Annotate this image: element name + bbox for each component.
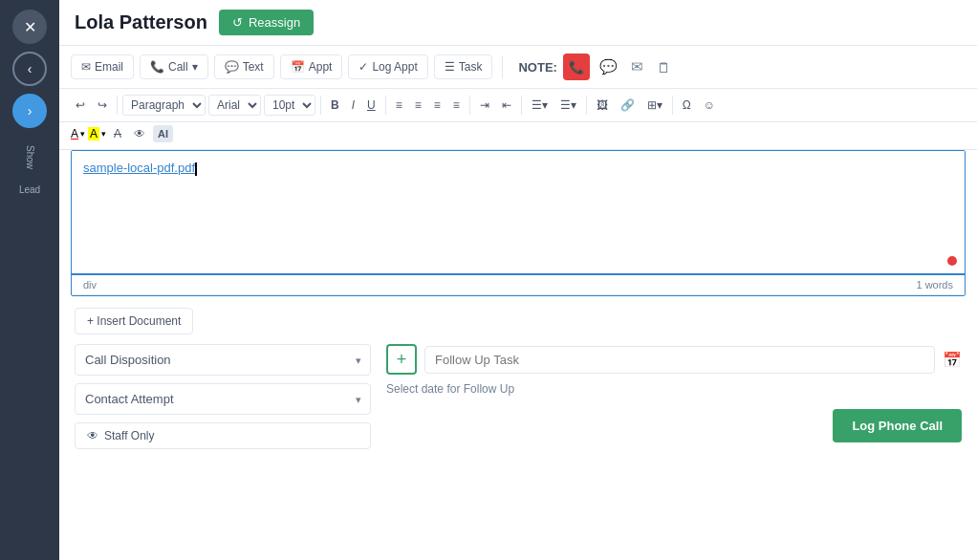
text-button[interactable]: 💬 Text	[214, 54, 274, 79]
chat-icon: 💬	[599, 58, 618, 75]
font-color-control[interactable]: A ▾	[71, 127, 85, 140]
ai-button[interactable]: AI	[153, 125, 173, 142]
call-button[interactable]: 📞 Call ▾	[140, 54, 208, 79]
lead-label: Lead	[19, 184, 40, 195]
note-label: NOTE:	[518, 60, 556, 75]
insert-document-button[interactable]: + Insert Document	[75, 308, 193, 334]
reassign-button[interactable]: ↺ Reassign	[219, 10, 314, 35]
log-appt-button[interactable]: ✓ Log Appt	[348, 54, 427, 79]
date-hint: Select date for Follow Up	[386, 382, 962, 396]
link-button[interactable]: 🔗	[616, 96, 640, 115]
email-icon: ✉	[81, 60, 91, 74]
underline-button[interactable]: U	[362, 96, 380, 115]
italic-button[interactable]: I	[347, 96, 359, 115]
image-button[interactable]: 🖼	[592, 96, 613, 115]
text-cursor	[195, 162, 197, 176]
align-right-button[interactable]: ≡	[429, 96, 445, 115]
phone-icon-inner: 📞	[569, 60, 584, 75]
toolbar-separator-3	[385, 96, 386, 115]
editor-wrapper: sample-local-pdf.pdf div 1 words	[71, 150, 966, 296]
size-select[interactable]: 10pt	[264, 95, 315, 116]
close-button[interactable]: ✕	[12, 10, 47, 44]
email-outline-icon: ✉	[631, 58, 643, 75]
table-button[interactable]: ⊞▾	[642, 96, 667, 115]
call-disposition-select[interactable]: Call Disposition Connected Left Message	[75, 344, 371, 376]
list-unordered-button[interactable]: ☰▾	[527, 96, 553, 115]
align-justify-button[interactable]: ≡	[448, 96, 465, 115]
editor-tag: div	[83, 279, 97, 291]
contact-name: Lola Patterson	[75, 11, 207, 33]
email-button[interactable]: ✉ Email	[71, 54, 134, 79]
indent-button[interactable]: ⇥	[475, 96, 494, 115]
phone-icon: 📞	[150, 60, 164, 74]
strikethrough-button[interactable]: A	[109, 124, 126, 143]
bottom-row: Call Disposition Connected Left Message …	[75, 344, 962, 449]
align-center-button[interactable]: ≡	[410, 96, 426, 115]
toolbar-separator-5	[521, 96, 522, 115]
staff-only-icon: 👁	[87, 429, 98, 442]
action-toolbar: ✉ Email 📞 Call ▾ 💬 Text 📅 Appt ✓ Log App…	[59, 46, 977, 89]
editor-content[interactable]: sample-local-pdf.pdf	[72, 151, 965, 275]
toolbar-separator-6	[586, 96, 587, 115]
bottom-actions: + Insert Document Call Disposition Conne…	[59, 296, 977, 461]
note-email-icon[interactable]: ✉	[627, 54, 647, 79]
text-icon: 💬	[225, 60, 239, 74]
right-controls: + 📅 Select date for Follow Up Log Phone …	[386, 344, 962, 442]
staff-only-button[interactable]: 👁 Staff Only	[75, 422, 371, 449]
back-icon: ‹	[28, 61, 33, 76]
toolbar-separator-1	[117, 96, 118, 115]
task-icon: ☰	[445, 60, 455, 74]
special-char-button[interactable]: Ω	[678, 96, 696, 115]
forward-icon: ›	[28, 103, 33, 118]
recording-indicator	[947, 256, 957, 266]
back-button[interactable]: ‹	[12, 52, 47, 86]
highlight-icon: A	[88, 127, 99, 140]
calendar-icon: 📅	[943, 352, 962, 368]
appt-button[interactable]: 📅 Appt	[280, 54, 343, 79]
follow-up-input[interactable]	[424, 346, 935, 374]
undo-button[interactable]: ↩	[71, 96, 90, 115]
emoji-button[interactable]: ☺	[699, 96, 720, 115]
show-label: Show	[25, 145, 35, 169]
calendar-button[interactable]: 📅	[943, 351, 962, 369]
sidebar: ✕ ‹ › Show Lead	[0, 0, 59, 560]
align-left-button[interactable]: ≡	[391, 96, 407, 115]
main-content: Lola Patterson ↺ Reassign ✉ Email 📞 Call…	[59, 0, 977, 560]
font-color-dropdown-icon: ▾	[80, 129, 85, 139]
note-note-icon[interactable]: 🗒	[653, 55, 675, 79]
call-disposition-wrapper: Call Disposition Connected Left Message …	[75, 344, 371, 376]
reassign-icon: ↺	[232, 15, 243, 30]
bold-button[interactable]: B	[326, 96, 344, 115]
font-select[interactable]: Arial	[208, 95, 261, 116]
font-color-icon: A	[71, 127, 78, 140]
toolbar-separator-4	[469, 96, 470, 115]
follow-up-row: + 📅	[386, 344, 962, 375]
toolbar-separator-2	[320, 96, 321, 115]
task-button[interactable]: ☰ Task	[434, 54, 493, 79]
note-phone-icon[interactable]: 📞	[563, 54, 590, 80]
note-icon: 🗒	[657, 59, 671, 75]
highlight-color-control[interactable]: A ▾	[88, 127, 106, 140]
forward-button[interactable]: ›	[12, 94, 47, 128]
contact-attempt-wrapper: Contact Attempt No Answer Voicemail ▾	[75, 383, 371, 415]
redo-button[interactable]: ↪	[93, 96, 112, 115]
paragraph-select[interactable]: Paragraph	[122, 95, 206, 116]
editor-link[interactable]: sample-local-pdf.pdf	[83, 161, 195, 175]
log-phone-call-button[interactable]: Log Phone Call	[833, 409, 962, 442]
header: Lola Patterson ↺ Reassign	[59, 0, 977, 46]
contact-attempt-select[interactable]: Contact Attempt No Answer Voicemail	[75, 383, 371, 415]
outdent-button[interactable]: ⇤	[497, 96, 516, 115]
editor-toolbar-row2: A ▾ A ▾ A 👁 AI	[59, 122, 977, 150]
toolbar-separator-7	[672, 96, 673, 115]
follow-up-add-button[interactable]: +	[386, 344, 417, 375]
call-dropdown-icon: ▾	[192, 60, 198, 74]
highlight-dropdown-icon: ▾	[101, 129, 106, 139]
close-icon: ✕	[24, 18, 36, 36]
appt-icon: 📅	[291, 60, 305, 74]
list-ordered-button[interactable]: ☰▾	[555, 96, 581, 115]
editor-toolbar-row1: ↩ ↪ Paragraph Arial 10pt B I U ≡ ≡ ≡ ≡ ⇥…	[59, 89, 977, 122]
left-controls: Call Disposition Connected Left Message …	[75, 344, 371, 449]
separator	[502, 55, 503, 78]
note-chat-icon[interactable]: 💬	[596, 54, 621, 79]
preview-button[interactable]: 👁	[129, 124, 150, 143]
